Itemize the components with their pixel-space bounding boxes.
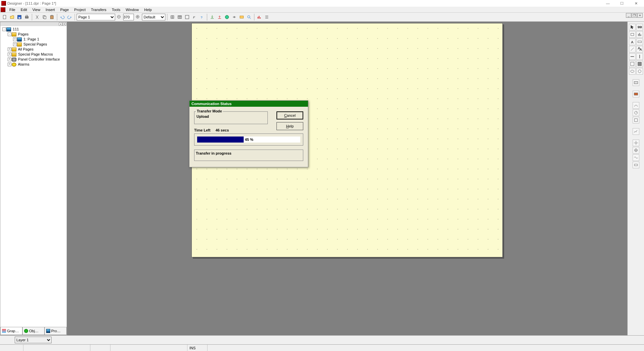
trend-tool-icon[interactable] [633,128,639,135]
menu-window[interactable]: Window [123,7,142,12]
menu-file[interactable]: File [7,7,18,12]
svg-point-34 [638,70,641,73]
hline-tool-icon[interactable] [629,53,636,60]
circle-tool-icon[interactable] [636,68,643,75]
tab-graphics[interactable]: Grap… [0,327,22,335]
button-tool-icon[interactable] [633,79,639,86]
print-icon[interactable] [23,14,30,20]
download-icon[interactable] [209,14,216,20]
menu-page[interactable]: Page [58,7,72,12]
status-cell-1 [0,345,23,351]
transfer-mode-label: Transfer Mode [196,109,223,113]
meter-tool-icon[interactable] [633,102,639,109]
tree-special-macros[interactable]: Special Page Macros [6,52,66,57]
bulb-icon [12,63,16,67]
vline-tool-icon[interactable] [636,53,643,60]
tree-panel-interface-label: Panel Controller Interface [18,57,60,61]
zoom-in-icon[interactable] [135,14,141,20]
data-tool-icon[interactable] [633,162,639,168]
menu-edit[interactable]: Edit [18,7,30,12]
svg-text:?: ? [201,15,203,19]
save-icon[interactable] [16,14,23,20]
text-tool-icon[interactable]: A [629,38,636,45]
tab-objects[interactable]: Obj… [22,327,45,335]
table-icon[interactable] [176,14,183,20]
tree-panel-interface[interactable]: Panel Controller Interface [6,57,66,62]
panel-float-icon[interactable]: ▪ [59,22,62,26]
menu-view[interactable]: View [30,7,43,12]
frame-tool-icon[interactable] [629,61,636,67]
paste-icon[interactable] [49,14,55,20]
menu-project[interactable]: Project [72,7,88,12]
tree-special-pages[interactable]: Special Pages [12,42,66,47]
close-button[interactable]: ✕ [629,0,643,6]
tree-page1[interactable]: 1: Page 1 [12,37,66,42]
connect-icon[interactable] [231,14,238,20]
rect-tool-icon[interactable] [629,31,636,38]
tag-icon[interactable] [238,14,245,20]
tree-root-label: 111 [13,27,19,31]
tree-alarms[interactable]: Alarms [6,62,66,67]
line-tool-icon[interactable] [629,46,636,53]
dial-tool-icon[interactable] [633,109,639,116]
multitext-tool-icon[interactable]: AA [636,46,643,53]
tab-project[interactable]: Pro… [45,327,67,335]
new-icon[interactable] [1,14,8,20]
tree-all-pages[interactable]: All Pages [6,47,66,52]
find-icon[interactable] [246,14,252,20]
layer-selector[interactable]: Layer 1 [15,337,52,343]
world-icon[interactable] [224,14,230,20]
mdi-icon [1,7,5,12]
tree-pages[interactable]: Pages 1: Page 1 Special Pages [6,32,66,47]
zoom-input[interactable] [123,14,134,20]
ellipse-tool-icon[interactable] [629,68,636,75]
fill-tool-icon[interactable] [636,61,643,67]
maximize-button[interactable]: ☐ [615,0,629,6]
svg-rect-36 [634,93,638,95]
mdi-restore-icon[interactable]: ❐ [632,13,637,18]
project-tab-icon [46,329,50,333]
open-icon[interactable] [9,14,15,20]
upload-icon[interactable] [216,14,223,20]
mdi-minimize-icon[interactable]: _ [626,13,631,18]
project-tree[interactable]: 111 Pages 1: Page 1 [0,26,67,327]
copy-icon[interactable] [41,14,48,20]
list-icon[interactable] [263,14,270,20]
menu-transfers[interactable]: Transfers [88,7,109,12]
menu-tools[interactable]: Tools [109,7,123,12]
globe-tool-icon[interactable] [633,147,639,154]
zoom-out-icon[interactable] [116,14,123,20]
sun-tool-icon[interactable] [633,140,639,146]
chart-icon[interactable] [256,14,263,20]
undo-icon[interactable] [59,14,66,20]
panel-close-icon[interactable]: × [63,22,66,26]
numeric-tool-icon[interactable]: 999 [636,24,643,30]
wave-tool-icon[interactable] [633,154,639,161]
tab-project-label: Pro… [51,329,61,333]
style-selector[interactable]: Default [142,14,165,20]
design-canvas-area[interactable] [67,22,627,335]
mdi-close-icon[interactable]: × [637,13,643,18]
tree-root[interactable]: 111 Pages 1: Page 1 [1,27,66,67]
cancel-button[interactable]: Cancel [276,111,303,119]
font-icon[interactable]: F [191,14,198,20]
help-icon[interactable]: ? [198,14,205,20]
svg-point-20 [248,16,250,18]
bar-tool-icon[interactable] [636,31,643,38]
pointer-tool-icon[interactable] [629,24,636,30]
svg-text:F: F [193,15,195,19]
gauge-tool-icon[interactable] [633,91,639,97]
panel-tool-icon[interactable] [633,117,639,123]
menu-insert[interactable]: Insert [43,7,58,12]
menu-help[interactable]: Help [142,7,155,12]
redo-icon[interactable] [66,14,73,20]
page-selector[interactable]: Page 1 [77,14,115,20]
main-toolbar: Page 1 Default F ? [0,13,644,22]
form-icon[interactable] [184,14,190,20]
transfer-status-text: Transfer in progress [196,151,231,155]
help-button[interactable]: Help [276,122,303,130]
grid-icon[interactable] [169,14,176,20]
cut-icon[interactable] [34,14,41,20]
minimize-button[interactable]: — [601,0,615,6]
label-tool-icon[interactable] [636,38,643,45]
